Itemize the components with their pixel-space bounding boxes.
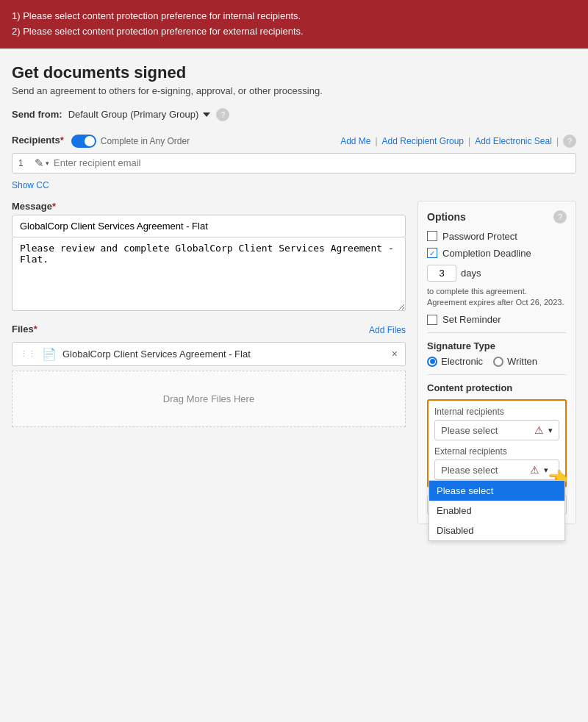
signature-type-options: Electronic Written: [427, 356, 567, 367]
external-recipients-wrapper: Please select ⚠ ▾ 👈 Please selec: [434, 460, 559, 480]
written-radio[interactable]: Written: [493, 356, 537, 367]
complete-in-order-toggle[interactable]: [71, 135, 96, 148]
set-reminder-checkbox[interactable]: [427, 315, 437, 325]
internal-chevron-icon: ▾: [548, 426, 553, 435]
written-label: Written: [507, 356, 537, 367]
drag-drop-area[interactable]: Drag More Files Here: [12, 371, 406, 427]
page-subtitle: Send an agreement to others for e-signin…: [12, 85, 576, 96]
password-protect-checkbox[interactable]: [427, 231, 437, 241]
completion-deadline-row: Completion Deadline: [427, 248, 567, 259]
error-line1: 1) Please select content protection pref…: [12, 9, 576, 24]
help-icon[interactable]: ?: [216, 108, 229, 121]
content-protection-section: Internal recipients Please select ⚠ ▾ Ex…: [427, 399, 567, 487]
content-protection-label: Content protection: [427, 382, 567, 393]
add-recipient-group-link[interactable]: Add Recipient Group: [382, 136, 464, 146]
completion-deadline-label: Completion Deadline: [442, 248, 531, 259]
dropdown-item-please-select[interactable]: Please select: [429, 481, 564, 501]
dropdown-item-disabled[interactable]: Disabled: [429, 521, 564, 540]
recipients-help-icon[interactable]: ?: [563, 135, 576, 148]
recipient-type-selector[interactable]: ✎ ▾: [35, 157, 49, 170]
days-label: days: [461, 268, 481, 279]
recipient-number: 1: [18, 158, 30, 168]
external-recipients-select[interactable]: Please select ⚠ ▾ 👈: [434, 460, 559, 480]
toggle-knob: [85, 136, 95, 146]
file-name: GlobalCorp Client Services Agreement - F…: [62, 349, 386, 360]
password-protect-row: Password Protect: [427, 231, 567, 242]
days-row: days: [427, 265, 567, 282]
add-files-link[interactable]: Add Files: [369, 325, 406, 335]
dropdown-item-enabled[interactable]: Enabled: [429, 501, 564, 521]
recipients-label: Recipients*: [12, 135, 64, 146]
internal-recipients-label: Internal recipients: [434, 407, 559, 417]
complete-in-any-order-label: Complete in Any Order: [101, 136, 190, 146]
completion-deadline-checkbox[interactable]: [427, 248, 437, 258]
options-help-icon[interactable]: ?: [553, 210, 567, 224]
days-input[interactable]: [427, 265, 456, 282]
files-label: Files*: [12, 324, 37, 335]
add-electronic-seal-link[interactable]: Add Electronic Seal: [475, 136, 552, 146]
recipient-email-input[interactable]: [54, 157, 570, 168]
file-item: ⋮⋮ 📄 GlobalCorp Client Services Agreemen…: [12, 342, 406, 366]
options-panel: Options ? Password Protect Completion De…: [417, 201, 576, 525]
internal-warning-icon: ⚠: [534, 424, 544, 436]
message-label: Message*: [12, 201, 406, 212]
expiry-note: to complete this agreement.Agreement exp…: [427, 286, 567, 309]
external-select-value: Please select: [441, 465, 498, 476]
drag-drop-text: Drag More Files Here: [163, 393, 254, 404]
send-from-label: Send from:: [12, 109, 62, 120]
electronic-radio-dot: [427, 357, 437, 367]
person-icon: ✎: [35, 157, 44, 170]
send-from-select[interactable]: Default Group (Primary Group): [68, 109, 211, 120]
send-from-value: Default Group (Primary Group): [68, 109, 199, 120]
file-remove-button[interactable]: ×: [392, 348, 398, 360]
message-title-input[interactable]: [12, 215, 406, 237]
file-doc-icon: 📄: [42, 347, 57, 361]
options-title: Options: [427, 211, 466, 223]
recipient-type-chevron: ▾: [46, 160, 49, 167]
recipient-row: 1 ✎ ▾: [12, 153, 576, 174]
add-me-link[interactable]: Add Me: [340, 136, 370, 146]
page-title: Get documents signed: [12, 63, 576, 82]
internal-select-value: Please select: [441, 425, 498, 436]
electronic-radio[interactable]: Electronic: [427, 356, 483, 367]
set-reminder-label: Set Reminder: [442, 314, 501, 325]
message-body-input[interactable]: Please review and complete GlobalCorp Cl…: [12, 237, 406, 311]
password-protect-label: Password Protect: [442, 231, 517, 242]
show-cc-link[interactable]: Show CC: [12, 180, 49, 190]
written-radio-dot: [493, 357, 503, 367]
electronic-label: Electronic: [441, 356, 483, 367]
chevron-down-icon: [203, 112, 210, 117]
error-line2: 2) Please select content protection pref…: [12, 24, 576, 40]
external-recipients-label: External recipients: [434, 446, 559, 457]
set-reminder-row: Set Reminder: [427, 314, 567, 325]
recipients-actions: Add Me | Add Recipient Group | Add Elect…: [340, 135, 576, 148]
left-col: Message* Please review and complete Glob…: [12, 201, 406, 427]
error-banner: 1) Please select content protection pref…: [0, 0, 588, 49]
internal-recipients-select[interactable]: Please select ⚠ ▾: [434, 420, 559, 440]
signature-type-label: Signature Type: [427, 340, 567, 351]
drag-handle-icon: ⋮⋮: [20, 349, 36, 359]
external-warning-icon: ⚠: [530, 464, 539, 476]
external-dropdown-menu: Please select Enabled Disabled: [429, 480, 565, 541]
